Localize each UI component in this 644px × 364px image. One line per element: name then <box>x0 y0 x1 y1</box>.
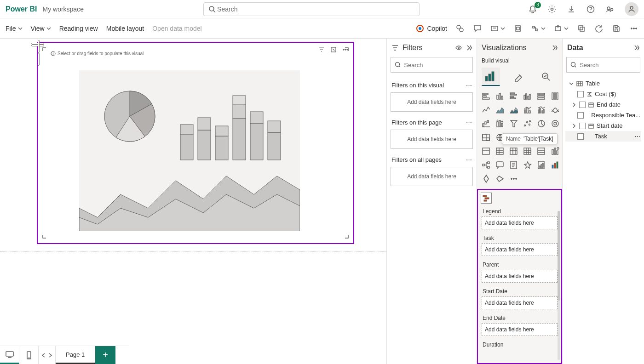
area-chart-icon[interactable] <box>494 104 506 115</box>
filters-all-dropzone[interactable]: Add data fields here <box>391 167 473 186</box>
teams-share-button[interactable] <box>490 24 505 33</box>
visual-container-selected[interactable]: Select or drag fields to populate this v… <box>37 42 354 244</box>
focus-mode-icon[interactable] <box>330 46 337 54</box>
field-responsible[interactable]: Responsible Tea... <box>565 110 641 120</box>
collapse-pane-icon[interactable] <box>551 45 558 51</box>
add-page-button[interactable]: + <box>95 346 115 364</box>
prev-page-icon[interactable] <box>41 353 46 358</box>
funnel-icon[interactable] <box>494 118 506 129</box>
mobile-view-button[interactable] <box>19 346 39 364</box>
custom-visual-1-icon[interactable] <box>481 173 492 184</box>
donut-chart-icon[interactable] <box>536 118 547 129</box>
more-icon[interactable]: ⋯ <box>466 82 472 89</box>
desktop-view-button[interactable] <box>0 346 19 364</box>
settings-icon[interactable] <box>547 5 557 14</box>
file-menu[interactable]: File <box>6 25 23 32</box>
line-clustered-column-icon[interactable] <box>536 104 547 115</box>
map-icon[interactable] <box>481 132 492 143</box>
avatar[interactable] <box>625 2 638 16</box>
feedback-icon[interactable] <box>605 5 615 14</box>
checkbox[interactable] <box>579 123 586 129</box>
resize-handle-right[interactable] <box>38 53 40 66</box>
build-visual-tab[interactable] <box>482 68 500 86</box>
save-icon[interactable] <box>612 24 621 33</box>
stacked-area-icon[interactable] <box>508 104 519 115</box>
ribbon-chart-icon[interactable] <box>550 104 561 115</box>
decomposition-tree-icon[interactable] <box>481 159 492 171</box>
stacked-bar-icon[interactable] <box>481 91 492 102</box>
lineage-button[interactable] <box>531 24 546 33</box>
pie-chart-icon[interactable] <box>522 118 533 129</box>
well-task-drop[interactable]: Add data fields here <box>482 243 558 256</box>
filters-page-dropzone[interactable]: Add data fields here <box>391 130 473 149</box>
visibility-icon[interactable] <box>455 45 462 51</box>
filters-search-input[interactable] <box>403 61 469 69</box>
treemap-icon[interactable] <box>550 118 561 129</box>
well-startdate-drop[interactable]: Add data fields here <box>482 296 558 309</box>
clustered-bar-icon[interactable] <box>508 91 519 102</box>
selected-visual-type-icon[interactable] <box>481 193 492 204</box>
checkbox[interactable] <box>577 91 584 97</box>
key-influencers-icon[interactable] <box>550 146 561 157</box>
well-parent-drop[interactable]: Add data fields here <box>482 270 558 283</box>
slicer-icon[interactable] <box>481 146 492 157</box>
checkbox[interactable] <box>577 133 584 140</box>
data-search-input[interactable] <box>579 61 636 69</box>
filters-visual-dropzone[interactable]: Add data fields here <box>391 92 473 112</box>
power-automate-icon[interactable] <box>550 159 561 171</box>
field-more-icon[interactable]: ⋯ <box>634 133 640 140</box>
checkbox[interactable] <box>579 102 586 108</box>
explore-icon[interactable] <box>455 24 465 33</box>
view-menu[interactable]: View <box>31 25 51 32</box>
data-search[interactable] <box>566 57 640 73</box>
line-stacked-column-icon[interactable] <box>522 104 533 115</box>
python-visual-icon[interactable] <box>536 146 547 157</box>
resize-handle-left[interactable] <box>38 40 40 53</box>
reading-view-button[interactable]: Reading view <box>59 25 98 32</box>
r-visual-icon[interactable] <box>522 146 533 157</box>
report-canvas[interactable]: Select or drag fields to populate this v… <box>0 39 386 364</box>
corner-tl[interactable] <box>42 47 49 54</box>
collapse-pane-icon[interactable] <box>633 45 639 51</box>
more-icon[interactable]: ⋯ <box>466 156 472 163</box>
filters-search[interactable] <box>391 57 473 73</box>
paginated-report-icon[interactable] <box>522 159 533 171</box>
workspace-name[interactable]: My workspace <box>42 6 83 13</box>
filter-icon[interactable] <box>318 46 325 54</box>
clustered-column-icon[interactable] <box>522 91 533 102</box>
well-legend-drop[interactable]: Add data fields here <box>482 216 558 229</box>
stacked-column-icon[interactable] <box>494 91 506 102</box>
comment-icon[interactable] <box>473 24 482 33</box>
field-cost[interactable]: Cost ($) <box>565 89 641 99</box>
wells-scrollbar[interactable] <box>558 211 560 360</box>
more-icon[interactable] <box>629 24 638 33</box>
get-more-visuals-icon[interactable] <box>508 173 519 184</box>
more-icon[interactable]: ⋯ <box>466 119 472 126</box>
page-tab-1[interactable]: Page 1 <box>56 346 95 364</box>
global-search-input[interactable] <box>216 5 415 13</box>
help-icon[interactable] <box>586 5 595 14</box>
more-options-icon[interactable] <box>342 46 349 54</box>
copilot-button[interactable]: Copilot <box>416 24 447 33</box>
refresh-icon[interactable] <box>594 24 604 33</box>
hundred-stacked-column-icon[interactable] <box>550 91 561 102</box>
power-apps-icon[interactable] <box>536 159 547 171</box>
pin-icon[interactable] <box>513 24 523 33</box>
field-end-date[interactable]: End date <box>565 99 641 110</box>
copy-icon[interactable] <box>577 24 586 33</box>
export-button[interactable] <box>554 24 569 33</box>
qa-visual-icon[interactable] <box>494 159 506 171</box>
matrix-icon[interactable] <box>508 146 519 157</box>
waterfall-icon[interactable] <box>481 118 492 129</box>
corner-br[interactable] <box>342 232 349 239</box>
scatter-icon[interactable] <box>508 118 519 129</box>
smart-narrative-icon[interactable] <box>508 159 519 171</box>
table-icon[interactable] <box>494 146 506 157</box>
download-icon[interactable] <box>567 5 576 14</box>
field-task[interactable]: Task ⋯ <box>565 131 641 142</box>
format-visual-tab[interactable] <box>509 68 528 86</box>
checkbox[interactable] <box>577 112 584 119</box>
hundred-stacked-bar-icon[interactable] <box>536 91 547 102</box>
collapse-pane-icon[interactable] <box>466 45 472 51</box>
well-enddate-drop[interactable]: Add data fields here <box>482 323 558 336</box>
